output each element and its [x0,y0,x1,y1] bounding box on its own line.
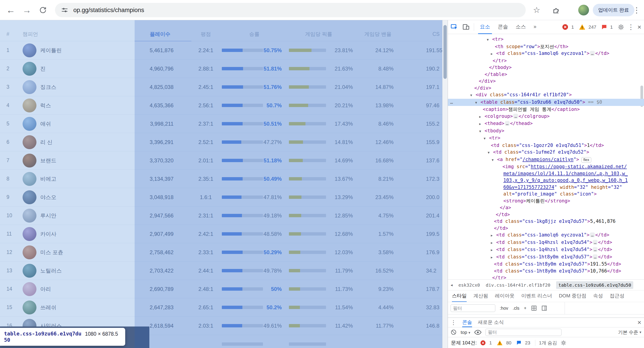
champion-cell[interactable]: 쓰레쉬 [16,300,134,314]
console-levels-dropdown[interactable]: 기본 수준 ▾ [618,329,641,335]
drawer-close-icon[interactable]: × [637,319,641,326]
tree-line[interactable]: 103,x_9,y_9/q_auto:good,a_0,f_webp,w_160… [448,177,644,184]
column-header-rating[interactable]: 평점 [192,31,220,38]
tree-line[interactable]: </td> [448,225,644,232]
tree-line[interactable]: <td class="css-1ht8y0m e1vq7du57">10,766… [448,268,644,275]
tree-line[interactable]: ▶<td class="css-1amolq6 eyczova1">…</td> [448,232,644,239]
tree-line[interactable]: <img src="https://opgg-static.akamaized.… [448,163,644,170]
champion-avatar[interactable] [22,282,36,296]
table-row[interactable]: 12 미스 포츈 2,758,462 2.33:1 50.29% 12.03% … [0,243,442,262]
champion-cell[interactable]: 케이틀린 [16,44,134,57]
table-row[interactable]: 10 루시안 2,947,566 2.31:1 49.18% 12.85% 4.… [0,207,442,225]
browser-menu-icon[interactable]: ⋮ [632,0,642,20]
expand-arrow-closed-icon[interactable]: ▶ [491,254,496,261]
champion-avatar[interactable] [22,300,36,314]
expand-arrow-closed-icon[interactable]: ▶ [491,50,496,57]
update-complete-button[interactable]: 업데이트 완료 [593,4,634,16]
column-header-plays[interactable]: 플레이수 [134,31,192,38]
back-icon[interactable]: ← [4,0,18,20]
extensions-icon[interactable] [552,6,561,15]
inspect-element-icon[interactable] [450,23,458,31]
tree-line[interactable]: </tr> [448,57,644,64]
devtools-close-icon[interactable]: × [637,23,641,31]
page-scrollbar[interactable] [442,20,448,348]
node-more-actions-icon[interactable]: … [450,99,453,106]
tree-line[interactable]: </table> [448,71,644,78]
column-header-banrate[interactable]: 게임당 밴율 [362,31,402,38]
tree-line[interactable]: </a> [448,204,644,211]
expand-arrow-open-icon[interactable]: ▼ [492,156,497,163]
champion-name[interactable]: 노틸러스 [40,267,62,274]
table-row[interactable]: 4 럭스 4,635,366 2.56:1 50.7% 20.21% 13.98… [0,96,442,115]
message-count[interactable]: 1 [610,24,613,30]
champion-cell[interactable]: 노틸러스 [16,264,134,278]
breadcrumb-item[interactable]: div.css-164r41r.elf1bf20 [486,282,550,288]
tree-line[interactable]: ▶<td class="css-1amolq6 eyczova1">…</td> [448,50,644,57]
tree-line[interactable]: ▼<tr> [448,135,644,142]
breadcrumb-item[interactable]: esk32cx0 [458,282,480,288]
champion-name[interactable]: 케이틀린 [40,47,62,54]
champion-avatar[interactable] [22,227,36,241]
champion-cell[interactable]: 브랜드 [16,154,134,167]
console-filter-input[interactable] [486,329,562,336]
table-row[interactable]: 13 노틸러스 2,703,422 2.44:1 49.78% 11.79% 1… [0,262,442,280]
error-icon[interactable] [562,24,568,30]
tree-line[interactable]: 60&v=1717557723274" width="32" height="3… [448,184,644,191]
tree-line[interactable]: …▼<table class="css-1o9zu66 e1vq7du50"> … [448,99,644,106]
breadcrumb-scroll-left-icon[interactable]: ◀ [450,283,452,287]
tab-accessibility[interactable]: 접근성 [610,290,624,302]
tree-line[interactable]: ▼<td class="css-1ufme2f e1vq7du52"> [448,149,644,156]
tree-line[interactable]: ▼<tbody> [448,127,644,135]
column-header-rank[interactable]: # [0,31,16,37]
table-row[interactable]: 9 야스오 3,048,918 1.6:1 47.81% 13.29% 23.4… [0,188,442,207]
champion-name[interactable]: 애쉬 [40,120,51,127]
computed-panel-icon[interactable] [541,305,547,311]
tree-line[interactable]: ▶<thead>…</thead> [448,120,644,127]
tree-line[interactable]: ▶<td class="css-1q4hzsl e1vq7du54">…</td… [448,246,644,254]
grid-overlay-icon[interactable] [531,305,537,311]
toggle-class-button[interactable]: .cls [513,306,520,311]
champion-avatar[interactable] [22,117,36,131]
champion-cell[interactable]: 야스오 [16,190,134,204]
reload-icon[interactable] [36,0,50,20]
tab-event-listeners[interactable]: 이벤트 리스너 [521,290,552,302]
expand-arrow-open-icon[interactable]: ▼ [475,99,480,106]
champion-name[interactable]: 카이사 [40,230,56,238]
expand-arrow-open-icon[interactable]: ▼ [487,36,492,43]
tree-line[interactable]: ▼<tr> [448,36,644,43]
champion-cell[interactable]: 루시안 [16,209,134,223]
table-row[interactable]: 8 비에고 3,134,397 2.35:1 50.49% 13.67% 8.2… [0,170,442,188]
champion-cell[interactable]: 비에고 [16,172,134,186]
live-expression-eye-icon[interactable] [474,330,482,335]
tree-line[interactable]: <td class="css-1gozr20 e1vq7du51">1</td> [448,142,644,149]
champion-cell[interactable]: 미스 포츈 [16,245,134,259]
console-context-selector[interactable]: top ▾ [461,330,470,335]
hidden-issues-label[interactable]: 1개 숨김 [539,340,557,346]
champion-avatar[interactable] [22,245,36,259]
clear-console-icon[interactable] [450,329,456,335]
champion-name[interactable]: 쓰레쉬 [40,304,56,311]
warning-count[interactable]: 247 [588,24,596,30]
warning-icon[interactable] [579,24,586,30]
champion-cell[interactable]: 리 신 [16,135,134,149]
tree-line[interactable]: ▶<colgroup>…</colgroup> [448,113,644,120]
tab-dom-breakpoints[interactable]: DOM 중단점 [559,290,586,302]
tree-line[interactable]: ▶<td class="css-1q4hzsl e1vq7du54">…</td… [448,239,644,246]
tree-line[interactable]: </div> [448,85,644,92]
champion-cell[interactable]: 럭스 [16,99,134,112]
table-row[interactable]: 1 케이틀린 5,461,876 2.24:1 50.75% 23.81% 24… [0,41,442,60]
tab-layout[interactable]: 레이아웃 [495,290,514,302]
champion-name[interactable]: 럭스 [40,102,51,109]
champion-name[interactable]: 진 [40,65,46,72]
champion-cell[interactable]: 애쉬 [16,117,134,131]
issues-label[interactable]: 문제 104건: [451,339,477,346]
styles-filter-input[interactable] [450,304,495,312]
url-text[interactable]: op.gg/statistics/champions [73,7,144,14]
profile-avatar[interactable] [578,5,589,16]
table-row[interactable]: 2 진 4,960,796 2.88:1 51.81% 21.63% 8.48%… [0,60,442,78]
champion-name[interactable]: 비에고 [40,175,56,183]
tree-line[interactable]: </tr> [448,274,644,279]
table-row[interactable]: 11 카이사 2,907,499 2.42:1 48.58% 12.68% 1.… [0,225,442,243]
device-toolbar-icon[interactable] [462,23,470,31]
tree-line[interactable]: ▼<a href="/champions/caitlyn">flex [448,156,644,163]
